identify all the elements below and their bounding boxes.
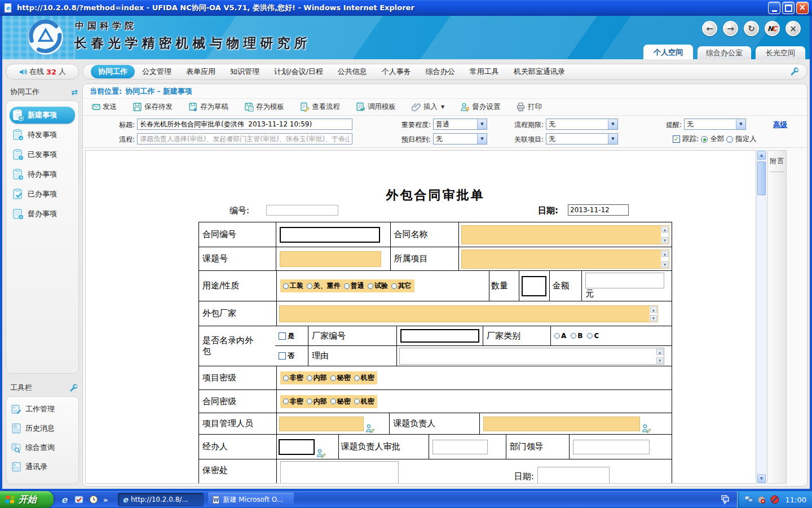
insert-button[interactable]: 插入 ▼ <box>412 102 444 112</box>
use-template-button[interactable]: 调用模板 <box>356 102 396 112</box>
supervise-settings-button[interactable]: 督办设置 <box>460 102 500 112</box>
minimize-button[interactable] <box>768 2 780 14</box>
dropdown-arrow-icon[interactable]: ▼ <box>477 134 487 144</box>
tool-item-work-mgmt[interactable]: 工作管理 <box>10 401 75 417</box>
dropdown-arrow-icon[interactable]: ▼ <box>736 119 745 129</box>
attachment-tab[interactable]: 附言 <box>768 151 786 166</box>
person-picker-icon[interactable] <box>365 423 375 433</box>
date2-input[interactable] <box>537 467 610 484</box>
toolbox-wrench-icon[interactable] <box>69 384 78 392</box>
secret-option[interactable]: 内部 <box>307 373 327 383</box>
menu-item-plan[interactable]: 计划/会议/日程 <box>267 65 330 78</box>
scrollbar-thumb[interactable] <box>757 161 766 195</box>
dropdown-arrow-icon[interactable]: ▼ <box>608 119 617 129</box>
sidebar-item-done[interactable]: 已办事项 <box>10 186 75 203</box>
directory-no-option[interactable]: 否 <box>279 351 294 361</box>
scrollbar-up-button[interactable]: ▲ <box>757 151 766 160</box>
blocked-tray-icon[interactable] <box>770 495 779 504</box>
quick-launch-clock-icon[interactable] <box>89 494 99 505</box>
secret-option[interactable]: 机密 <box>354 397 374 406</box>
quick-launch-ie-icon[interactable]: e <box>59 494 69 505</box>
vendor-type-option[interactable]: A <box>554 332 566 340</box>
contract-name-textarea[interactable]: ▲▼ <box>461 225 669 244</box>
menu-item-docs[interactable]: 公文管理 <box>135 65 179 78</box>
reason-textarea[interactable]: ▲▼ <box>399 348 664 365</box>
sidebar-item-sent[interactable]: ✓ 已发事项 <box>10 146 75 163</box>
scroll-up-icon[interactable]: ▲ <box>661 251 668 257</box>
tool-item-contacts[interactable]: 通讯录 <box>10 459 75 475</box>
deadline-select[interactable]: 无 ▼ <box>546 119 618 130</box>
dropdown-arrow-icon[interactable]: ▼ <box>477 119 487 129</box>
scroll-down-icon[interactable]: ▼ <box>661 261 668 268</box>
leader-input[interactable] <box>483 417 640 431</box>
secret-option[interactable]: 秘密 <box>330 397 351 406</box>
nav-forward-button[interactable]: → <box>723 21 738 36</box>
secret-option[interactable]: 机密 <box>354 373 374 383</box>
clock[interactable]: 11:00 <box>785 496 806 504</box>
menu-item-knowledge[interactable]: 知识管理 <box>223 65 267 78</box>
tool-item-history[interactable]: 历史消息 <box>10 421 75 436</box>
flow-input[interactable] <box>137 133 352 144</box>
subject-no-input[interactable] <box>280 251 381 267</box>
remind-select[interactable]: 无 ▼ <box>684 119 746 130</box>
scroll-spinner[interactable]: ▲▼ <box>656 348 664 364</box>
dept-input[interactable] <box>573 440 650 454</box>
title-input[interactable] <box>137 119 352 130</box>
sidebar-item-new[interactable]: + 新建事项 <box>10 107 75 124</box>
contract-no-input[interactable] <box>280 227 380 243</box>
send-button[interactable]: 发送 <box>91 102 117 112</box>
nc-logo-button[interactable]: NC <box>765 21 780 36</box>
advanced-link[interactable]: 高级 <box>773 120 787 130</box>
scroll-up-icon[interactable]: ▲ <box>650 306 657 313</box>
secret-option[interactable]: 秘密 <box>330 373 351 383</box>
taskbar-task-word[interactable]: W 新建 Microsoft O... <box>208 493 294 506</box>
nav-back-button[interactable]: ← <box>702 21 717 36</box>
network-tray-icon[interactable] <box>744 495 753 504</box>
vendor-type-option[interactable]: B <box>571 332 582 340</box>
scroll-spinner[interactable]: ▲▼ <box>661 226 669 244</box>
taskbar-task-browser[interactable]: e http://10.2.0.8/... <box>118 493 204 506</box>
amount-input[interactable] <box>585 273 664 288</box>
scroll-down-icon[interactable]: ▼ <box>650 315 657 321</box>
usage-option[interactable]: 工装 <box>283 281 303 291</box>
menu-item-forms[interactable]: 表单应用 <box>179 65 223 78</box>
tab-changguang-space[interactable]: 长光空间 <box>756 46 805 59</box>
menu-item-tools[interactable]: 常用工具 <box>462 65 506 78</box>
date-input[interactable] <box>568 204 629 216</box>
quick-launch-app-icon[interactable] <box>74 494 84 505</box>
track-all-radio[interactable] <box>701 136 708 143</box>
view-flow-button[interactable]: 查看流程 <box>300 102 340 112</box>
scroll-up-icon[interactable]: ▲ <box>661 226 668 233</box>
usage-option[interactable]: 普通 <box>344 281 364 291</box>
online-users-button[interactable]: 在线 32 人 <box>6 64 79 80</box>
menu-item-collab[interactable]: 协同工作 <box>91 65 135 78</box>
menu-item-office[interactable]: 综合办公 <box>418 65 462 78</box>
menu-item-directory[interactable]: 机关部室通讯录 <box>506 65 572 78</box>
secrecy-input[interactable] <box>280 461 399 484</box>
vendor-textarea[interactable]: ▲▼ <box>279 305 658 322</box>
scroll-spinner[interactable]: ▲▼ <box>650 306 657 322</box>
nav-refresh-button[interactable]: ↻ <box>744 21 759 36</box>
save-draft-button[interactable]: 存为草稿 <box>188 102 228 112</box>
save-template-button[interactable]: 存为模板 <box>244 102 284 112</box>
quick-launch-chevron-icon[interactable]: » <box>103 496 108 504</box>
tab-office-space[interactable]: 综合办公室 <box>698 46 751 59</box>
breadcrumb-path[interactable]: 协同工作 - 新建事项 <box>125 86 192 97</box>
track-person-radio[interactable] <box>726 136 733 143</box>
menu-item-personal[interactable]: 个人事务 <box>374 65 418 78</box>
print-button[interactable]: 打印 <box>516 102 542 112</box>
scroll-down-icon[interactable]: ▼ <box>661 237 668 243</box>
leader-approve-input[interactable] <box>433 440 488 454</box>
usage-option[interactable]: 试验 <box>368 281 388 291</box>
maximize-button[interactable] <box>782 2 795 14</box>
related-select[interactable]: 无 ▼ <box>546 133 618 144</box>
start-button[interactable]: 开始 <box>0 491 54 508</box>
scroll-up-icon[interactable]: ▲ <box>656 349 663 355</box>
close-button[interactable]: × <box>796 2 809 14</box>
muted-tray-icon[interactable] <box>757 495 766 504</box>
scrollbar-down-button[interactable]: ▼ <box>757 474 766 483</box>
vendor-no-input[interactable] <box>400 329 479 343</box>
directory-yes-option[interactable]: 是 <box>279 331 294 341</box>
importance-select[interactable]: 普通 ▼ <box>433 119 487 130</box>
save-pending-button[interactable]: 保存待发 <box>133 102 173 112</box>
